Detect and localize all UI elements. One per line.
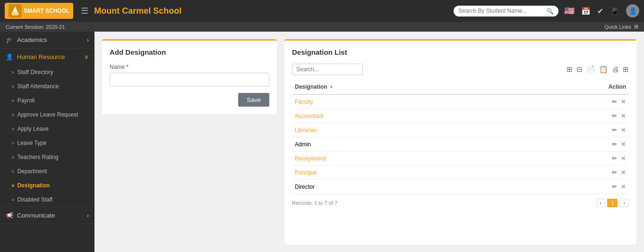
add-designation-title: Add Designation	[110, 48, 269, 56]
apply-leave-label: Apply Leave	[17, 126, 49, 132]
sidebar-item-teachers-rating[interactable]: Teachers Rating	[0, 150, 94, 164]
pdf-icon[interactable]: 📋	[599, 65, 608, 74]
staff-directory-label: Staff Directory	[17, 69, 53, 76]
user-avatar[interactable]: 👤	[626, 4, 639, 17]
department-label: Department	[17, 168, 47, 175]
delete-icon[interactable]: ✕	[621, 141, 626, 148]
communicate-section: 📢 Communicate ›	[0, 207, 94, 224]
page-1-btn[interactable]: 1	[607, 199, 618, 207]
human-resource-header[interactable]: 👤 Human Resource ∨	[0, 49, 94, 65]
designation-name-cell[interactable]: Receptionist	[292, 151, 513, 166]
navbar-icons: 🇺🇸 📅 ✔ 📱 👤	[564, 4, 639, 17]
quick-links-label: Quick Links	[604, 24, 631, 30]
action-cell: ✏✕	[513, 180, 629, 194]
sidebar-item-staff-attendance[interactable]: Staff Attendance	[0, 79, 94, 93]
excel-icon[interactable]: ⊟	[576, 65, 583, 74]
list-search-input[interactable]	[292, 64, 363, 75]
leave-type-label: Leave Type	[17, 140, 47, 146]
designation-label: Designation	[17, 182, 50, 189]
person-icon: 👤	[6, 53, 13, 60]
records-count: Records: 1 to 7 of 7	[292, 200, 337, 206]
approve-leave-label: Approve Leave Request	[17, 111, 78, 118]
edit-icon[interactable]: ✏	[612, 155, 617, 162]
designation-name-cell[interactable]: Librarian	[292, 123, 513, 137]
academics-section: 🎓 Academics ›	[0, 32, 94, 49]
edit-icon[interactable]: ✏	[612, 183, 617, 190]
content-area: Add Designation Name * Save Designation …	[94, 32, 644, 252]
sidebar-item-department[interactable]: Department	[0, 164, 94, 178]
table-row: Receptionist✏✕	[292, 151, 629, 166]
brand-logo[interactable]: SMART SCHOOL	[5, 3, 73, 19]
copy-icon[interactable]: ⊞	[567, 65, 573, 74]
designation-name-cell[interactable]: Director	[292, 180, 513, 194]
search-bar: 🔍	[454, 6, 558, 17]
designation-name-cell[interactable]: Accountant	[292, 109, 513, 123]
edit-icon[interactable]: ✏	[612, 169, 617, 176]
edit-icon[interactable]: ✏	[612, 141, 617, 148]
svg-rect-2	[12, 12, 18, 16]
tasks-icon[interactable]: ✔	[597, 7, 603, 16]
megaphone-icon: 📢	[6, 212, 13, 219]
table-row: Faculty✏✕	[292, 94, 629, 109]
human-resource-label: Human Resource	[17, 53, 65, 60]
chevron-right-icon-2: ›	[87, 212, 89, 219]
action-cell: ✏✕	[513, 123, 629, 137]
search-input[interactable]	[458, 8, 543, 14]
staff-attendance-label: Staff Attendance	[17, 83, 59, 90]
sidebar-item-staff-directory[interactable]: Staff Directory	[0, 65, 94, 79]
teachers-rating-label: Teachers Rating	[17, 154, 59, 160]
name-form-group: Name *	[110, 64, 269, 86]
save-button[interactable]: Save	[238, 93, 269, 107]
action-cell: ✏✕	[513, 94, 629, 109]
sidebar-item-approve-leave[interactable]: Approve Leave Request	[0, 108, 94, 122]
records-info: Records: 1 to 7 of 7 ‹ 1 ›	[292, 199, 629, 207]
action-cell: ✏✕	[513, 151, 629, 166]
payroll-label: Payroll	[17, 97, 35, 104]
sidebar-item-disabled-staff[interactable]: Disabled Staff	[0, 193, 94, 207]
delete-icon[interactable]: ✕	[621, 112, 626, 119]
designation-name-cell[interactable]: Faculty	[292, 94, 513, 109]
sidebar-item-apply-leave[interactable]: Apply Leave	[0, 122, 94, 136]
sidebar-item-leave-type[interactable]: Leave Type	[0, 136, 94, 150]
sidebar-item-payroll[interactable]: Payroll	[0, 93, 94, 108]
school-title: Mount Carmel School	[94, 6, 448, 16]
print-icon[interactable]: 🖨	[612, 65, 619, 74]
action-cell: ✏✕	[513, 109, 629, 123]
grid-icon: ⊞	[634, 24, 638, 30]
delete-icon[interactable]: ✕	[621, 98, 626, 105]
quick-links[interactable]: Quick Links ⊞	[604, 24, 638, 30]
table-row: Accountant✏✕	[292, 109, 629, 123]
flag-icon[interactable]: 🇺🇸	[564, 6, 575, 16]
action-cell: ✏✕	[513, 166, 629, 180]
prev-page-btn[interactable]: ‹	[596, 199, 606, 207]
edit-icon[interactable]: ✏	[612, 112, 617, 119]
designation-col-header[interactable]: Designation ▼	[292, 80, 513, 94]
session-label: Current Session: 2020-21	[6, 24, 65, 30]
table-row: Director✏✕	[292, 180, 629, 194]
designation-name-cell[interactable]: Principal	[292, 166, 513, 180]
action-cell: ✏✕	[513, 137, 629, 151]
edit-icon[interactable]: ✏	[612, 98, 617, 105]
delete-icon[interactable]: ✕	[621, 169, 626, 176]
columns-icon[interactable]: ⊞	[623, 65, 629, 74]
designation-list-title: Designation List	[292, 48, 629, 56]
delete-icon[interactable]: ✕	[621, 155, 626, 162]
whatsapp-icon[interactable]: 📱	[610, 7, 619, 16]
disabled-staff-label: Disabled Staff	[17, 196, 53, 203]
name-input[interactable]	[110, 73, 269, 86]
delete-icon[interactable]: ✕	[621, 183, 626, 190]
communicate-header[interactable]: 📢 Communicate ›	[0, 207, 94, 224]
next-page-btn[interactable]: ›	[619, 199, 629, 207]
delete-icon[interactable]: ✕	[621, 126, 626, 134]
menu-toggle-icon[interactable]: ☰	[81, 6, 88, 16]
search-icon: 🔍	[546, 8, 554, 15]
designation-name-cell[interactable]: Admin	[292, 137, 513, 151]
academics-header[interactable]: 🎓 Academics ›	[0, 32, 94, 48]
sidebar-item-designation[interactable]: Designation	[0, 178, 94, 193]
table-row: Principal✏✕	[292, 166, 629, 180]
calendar-icon[interactable]: 📅	[581, 7, 591, 16]
sidebar: 🎓 Academics › 👤 Human Resource ∨ Staff D…	[0, 32, 94, 252]
csv-icon[interactable]: 📄	[586, 65, 595, 74]
edit-icon[interactable]: ✏	[612, 126, 617, 134]
pagination: ‹ 1 ›	[596, 199, 629, 207]
